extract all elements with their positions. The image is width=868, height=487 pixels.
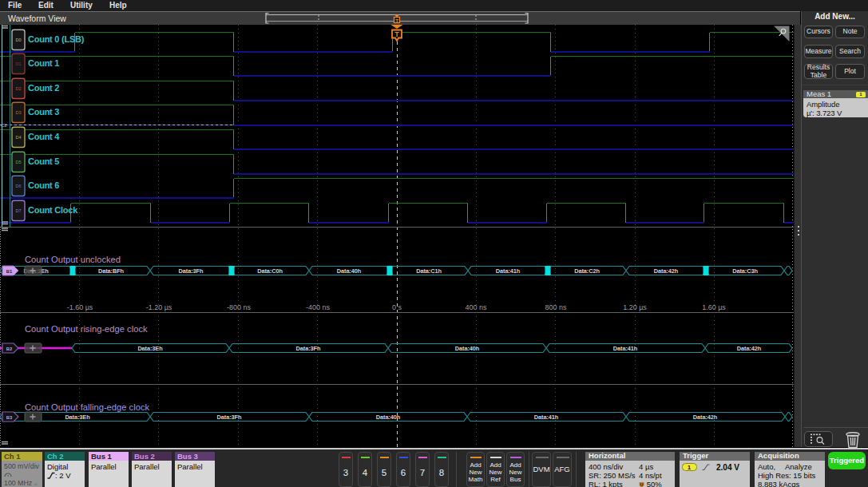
svg-text:Count 2: Count 2 xyxy=(28,83,59,93)
svg-text:Data:40h: Data:40h xyxy=(455,345,480,352)
svg-text:Data:40h: Data:40h xyxy=(337,267,362,275)
svg-text:T: T xyxy=(395,18,398,23)
svg-text:1.60 µs: 1.60 µs xyxy=(702,303,726,311)
svg-text:Count 0 (LSB): Count 0 (LSB) xyxy=(28,34,85,44)
svg-text:Count 1: Count 1 xyxy=(28,58,59,68)
svg-text:C2: C2 xyxy=(1,123,7,128)
svg-text:Data:3Fh: Data:3Fh xyxy=(296,345,321,352)
svg-text:D7: D7 xyxy=(15,208,21,213)
svg-text:T: T xyxy=(394,30,399,38)
svg-text:D1: D1 xyxy=(15,61,21,66)
svg-text:B1: B1 xyxy=(6,269,13,274)
svg-text:D0: D0 xyxy=(15,38,21,42)
svg-text:Data:42h: Data:42h xyxy=(737,345,762,352)
svg-text:D3: D3 xyxy=(15,110,21,115)
svg-text:800 ns: 800 ns xyxy=(545,303,567,311)
svg-text:Count 5: Count 5 xyxy=(28,156,59,166)
svg-text:Count Output rising-edge clock: Count Output rising-edge clock xyxy=(25,324,148,334)
svg-text:Data:40h: Data:40h xyxy=(376,414,401,421)
svg-text:D6: D6 xyxy=(15,184,21,188)
svg-text:Data:C0h: Data:C0h xyxy=(257,267,283,275)
svg-text:Data:C2h: Data:C2h xyxy=(574,267,600,275)
svg-text:Data:C1h: Data:C1h xyxy=(416,267,442,275)
svg-text:-1.20 µs: -1.20 µs xyxy=(146,303,172,311)
svg-text:B3: B3 xyxy=(6,415,13,420)
svg-text:Data:3Eh: Data:3Eh xyxy=(137,345,163,352)
svg-text:400 ns: 400 ns xyxy=(465,303,487,311)
svg-text:-400 ns: -400 ns xyxy=(306,303,331,311)
svg-text:D5: D5 xyxy=(15,160,21,164)
svg-text:1.20 µs: 1.20 µs xyxy=(623,303,647,311)
svg-text:Data:42h: Data:42h xyxy=(693,414,718,421)
svg-text:Count 3: Count 3 xyxy=(28,107,59,117)
svg-text:Data:42h: Data:42h xyxy=(654,267,679,275)
svg-text:Data:41h: Data:41h xyxy=(613,345,638,352)
svg-text:Count Output falling-edge cloc: Count Output falling-edge clock xyxy=(25,402,150,412)
svg-text:Count Clock: Count Clock xyxy=(28,205,78,215)
svg-text:0 s: 0 s xyxy=(392,303,402,311)
svg-text:Data:BFh: Data:BFh xyxy=(98,267,125,275)
svg-text:-1.60 µs: -1.60 µs xyxy=(67,303,93,311)
svg-text:Count 6: Count 6 xyxy=(28,180,59,190)
svg-text:Data:41h: Data:41h xyxy=(534,414,559,421)
svg-text:Data:41h: Data:41h xyxy=(496,267,521,275)
svg-text:D2: D2 xyxy=(15,86,21,91)
svg-text:-800 ns: -800 ns xyxy=(227,303,252,311)
svg-text:D4: D4 xyxy=(15,135,21,140)
svg-text:Data:3Fh: Data:3Fh xyxy=(179,267,204,275)
svg-text:Data:3Eh: Data:3Eh xyxy=(65,414,90,421)
svg-text:Data:C3h: Data:C3h xyxy=(732,267,758,275)
svg-text:Count 4: Count 4 xyxy=(28,132,60,141)
svg-text:Data:3Fh: Data:3Fh xyxy=(217,414,242,421)
svg-text:U: U xyxy=(640,481,644,486)
svg-text:Count Output unclocked: Count Output unclocked xyxy=(25,255,121,264)
svg-text:B2: B2 xyxy=(6,346,12,351)
